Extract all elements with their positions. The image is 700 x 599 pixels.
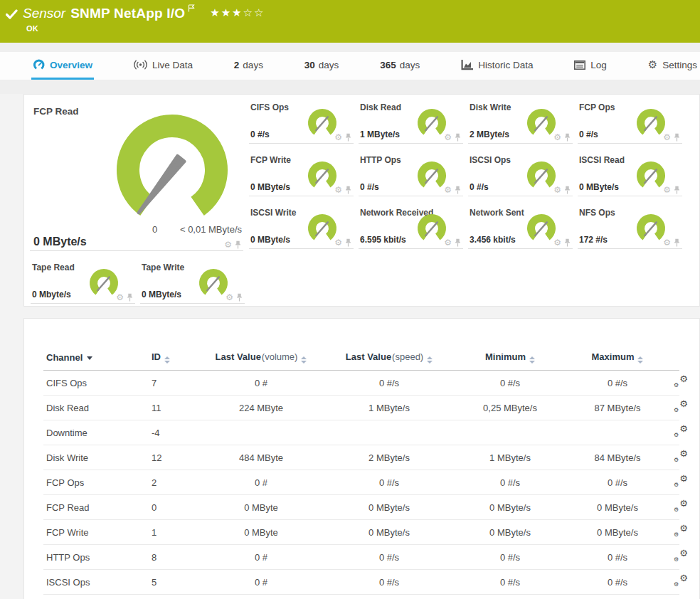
channel-gauge-tile[interactable]: ISCSI Read 0 MByte/s ⚙ bbox=[578, 153, 682, 196]
tab-settings[interactable]: ⚙Settings bbox=[647, 52, 699, 80]
table-row[interactable]: ISCSI Ops 5 0 # 0 #/s 0 #/s 0 #/s ⚙⚙ bbox=[43, 570, 679, 595]
channel-gauge-tile[interactable]: Disk Write 2 MByte/s ⚙ bbox=[468, 100, 573, 144]
channel-gauge-value: 6.595 kbit/s bbox=[360, 235, 406, 245]
channel-settings-icon[interactable]: ⚙⚙ bbox=[674, 475, 688, 487]
channel-gauge-tile[interactable]: FCP Write 0 MByte/s ⚙ bbox=[249, 153, 354, 196]
rating-stars[interactable]: ★★★☆☆ bbox=[210, 6, 265, 19]
gear-icon[interactable]: ⚙ bbox=[553, 133, 561, 142]
table-row[interactable]: ISCSI Read 3 0 MByte 0 MByte/s 0 MByte/s… bbox=[43, 595, 679, 599]
sort-icon bbox=[529, 356, 535, 364]
channel-gauge-tile[interactable]: FCP Ops 0 #/s ⚙ bbox=[578, 100, 682, 144]
tab-log[interactable]: Log bbox=[573, 52, 608, 80]
pin-icon[interactable] bbox=[674, 186, 680, 194]
column-label: ID bbox=[152, 351, 161, 362]
channel-gauge-tile[interactable]: Tape Read 0 Mbyte/s ⚙ bbox=[31, 260, 135, 304]
gear-icon[interactable]: ⚙ bbox=[224, 240, 232, 249]
channel-gauge-tile[interactable]: HTTP Ops 0 #/s ⚙ bbox=[359, 153, 463, 196]
gear-icon: ⚙ bbox=[679, 449, 688, 458]
gear-icon[interactable]: ⚙ bbox=[334, 133, 342, 142]
tab-live-data[interactable]: Live Data bbox=[132, 52, 194, 80]
pin-icon[interactable] bbox=[127, 293, 133, 302]
tab-30-days[interactable]: 30days bbox=[303, 52, 341, 80]
gear-icon[interactable]: ⚙ bbox=[334, 238, 342, 247]
channel-gauge-tile[interactable]: ISCSI Ops 0 #/s ⚙ bbox=[468, 153, 573, 196]
pin-icon[interactable] bbox=[674, 238, 680, 247]
pin-icon[interactable] bbox=[564, 186, 571, 194]
channel-settings-icon[interactable]: ⚙⚙ bbox=[674, 401, 688, 413]
tab-2-days[interactable]: 2days bbox=[233, 52, 265, 80]
gear-icon[interactable]: ⚙ bbox=[334, 186, 342, 194]
pin-icon[interactable] bbox=[345, 238, 351, 247]
table-row[interactable]: Disk Read 11 224 MByte 1 MByte/s 0,25 MB… bbox=[43, 396, 679, 420]
channel-settings-icon[interactable]: ⚙⚙ bbox=[674, 575, 688, 587]
channel-settings-icon[interactable]: ⚙⚙ bbox=[674, 500, 688, 512]
pin-icon[interactable] bbox=[235, 240, 241, 249]
last-value-volume-cell: 224 MByte bbox=[200, 396, 322, 420]
channel-name-cell: HTTP Ops bbox=[43, 545, 149, 570]
channel-gauge-tile[interactable]: Network Sent 3.456 kbit/s ⚙ bbox=[468, 206, 573, 249]
column-header-channel[interactable]: Channel bbox=[43, 347, 149, 371]
table-row[interactable]: HTTP Ops 8 0 # 0 #/s 0 #/s 0 #/s ⚙⚙ bbox=[43, 545, 679, 570]
channel-settings-icon[interactable]: ⚙⚙ bbox=[674, 376, 688, 388]
gear-icon[interactable]: ⚙ bbox=[444, 238, 452, 247]
sort-icon bbox=[301, 356, 307, 364]
gear-icon[interactable]: ⚙ bbox=[663, 238, 671, 247]
channel-gauge-tile[interactable]: CIFS Ops 0 #/s ⚙ bbox=[249, 100, 354, 144]
column-header-minimum[interactable]: Minimum bbox=[456, 347, 564, 371]
tab-number: 30 bbox=[304, 60, 315, 70]
gear-icon: ⚙ bbox=[679, 399, 688, 408]
channel-settings-cell: ⚙⚙ bbox=[671, 495, 679, 520]
column-header-last-valuevolume[interactable]: Last Value(volume) bbox=[200, 347, 322, 371]
channel-name-cell: FCP Write bbox=[43, 520, 149, 545]
pin-icon[interactable] bbox=[236, 293, 243, 302]
channel-settings-icon[interactable]: ⚙⚙ bbox=[674, 425, 688, 438]
gear-icon[interactable]: ⚙ bbox=[553, 186, 561, 194]
channel-gauge-tile[interactable]: ISCSI Write 0 MByte/s ⚙ bbox=[249, 206, 354, 249]
channel-gauge-tile[interactable]: NFS Ops 172 #/s ⚙ bbox=[578, 206, 682, 249]
gear-icon[interactable]: ⚙ bbox=[444, 133, 452, 142]
tab-365-days[interactable]: 365days bbox=[378, 52, 421, 80]
gear-icon[interactable]: ⚙ bbox=[663, 133, 671, 142]
channel-gauge-tile[interactable]: Network Received 6.595 kbit/s ⚙ bbox=[359, 206, 463, 249]
channel-settings-icon[interactable]: ⚙⚙ bbox=[674, 525, 688, 537]
minimum-cell: 0,25 MByte/s bbox=[456, 396, 564, 420]
last-value-volume-cell: 0 MByte bbox=[200, 495, 322, 520]
channel-settings-icon[interactable]: ⚙⚙ bbox=[674, 450, 688, 462]
pin-icon[interactable] bbox=[455, 186, 461, 194]
pin-icon[interactable] bbox=[345, 186, 351, 194]
table-row[interactable]: CIFS Ops 7 0 # 0 #/s 0 #/s 0 #/s ⚙⚙ bbox=[43, 371, 679, 396]
sort-desc-icon bbox=[87, 356, 92, 360]
pin-icon[interactable] bbox=[674, 133, 680, 142]
table-row[interactable]: Downtime -4 ⚙⚙ bbox=[43, 420, 679, 445]
gear-icon[interactable]: ⚙ bbox=[226, 293, 233, 302]
gear-icon[interactable]: ⚙ bbox=[663, 186, 671, 194]
column-header-id[interactable]: ID bbox=[149, 347, 200, 371]
gear-icon[interactable]: ⚙ bbox=[553, 238, 561, 247]
pin-icon[interactable] bbox=[564, 133, 571, 142]
pin-icon[interactable] bbox=[564, 238, 571, 247]
channel-gauge-tile[interactable]: Disk Read 1 MByte/s ⚙ bbox=[359, 100, 463, 144]
table-row[interactable]: FCP Read 0 0 MByte 0 MByte/s 0 MByte/s 0… bbox=[43, 495, 679, 520]
column-header-maximum[interactable]: Maximum bbox=[564, 347, 671, 371]
table-row[interactable]: Disk Write 12 484 MByte 2 MByte/s 1 MByt… bbox=[43, 445, 679, 470]
gear-icon[interactable]: ⚙ bbox=[116, 293, 124, 302]
tab-label: Settings bbox=[662, 60, 697, 70]
last-value-speed-cell: 0 #/s bbox=[322, 470, 456, 495]
gear-icon[interactable]: ⚙ bbox=[444, 186, 452, 194]
table-row[interactable]: FCP Ops 2 0 # 0 #/s 0 #/s 0 #/s ⚙⚙ bbox=[43, 470, 679, 495]
flag-icon[interactable] bbox=[188, 4, 195, 12]
channel-settings-icon[interactable]: ⚙⚙ bbox=[674, 550, 688, 562]
primary-channel-tile[interactable]: FCP Read 0 < 0,01 MByte/s 0 MByte/s ⚙ bbox=[30, 100, 243, 251]
pin-icon[interactable] bbox=[455, 238, 461, 247]
table-row[interactable]: FCP Write 1 0 MByte 0 MByte/s 0 MByte/s … bbox=[43, 520, 679, 545]
tab-overview[interactable]: Overview bbox=[31, 52, 94, 80]
channel-gauge-value: 0 MByte/s bbox=[142, 290, 181, 300]
page-title: SNMP NetApp I/O bbox=[70, 6, 185, 21]
column-header-last-valuespeed[interactable]: Last Value(speed) bbox=[322, 347, 456, 371]
tab-historic-data[interactable]: Historic Data bbox=[460, 52, 534, 80]
channel-gauge-tile[interactable]: Tape Write 0 MByte/s ⚙ bbox=[140, 260, 245, 304]
pin-icon[interactable] bbox=[345, 133, 351, 142]
mini-gauge-grid: CIFS Ops 0 #/s ⚙ Disk Read 1 MByte/s ⚙ bbox=[249, 100, 682, 251]
pin-icon[interactable] bbox=[455, 133, 461, 142]
gear-small-icon: ⚙ bbox=[674, 457, 679, 463]
